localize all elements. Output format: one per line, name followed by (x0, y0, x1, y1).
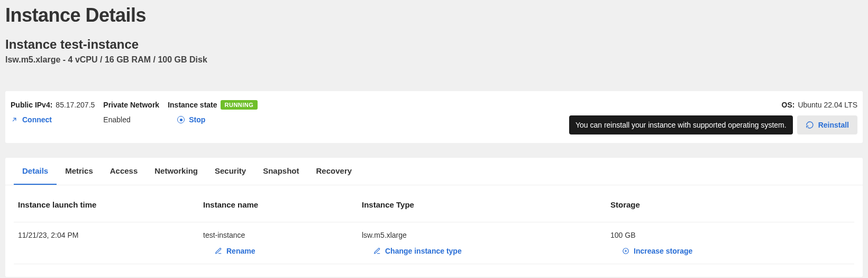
status-badge: RUNNING (221, 100, 258, 110)
instance-name-heading: Instance test-instance (5, 37, 863, 55)
col-launch-time: Instance launch time (18, 200, 203, 209)
col-name: Instance name (203, 200, 362, 209)
page-title: Instance Details (5, 0, 863, 37)
cell-name: test-instance Rename (203, 231, 362, 255)
stop-label: Stop (189, 115, 205, 124)
tab-networking[interactable]: Networking (146, 158, 206, 185)
name-value: test-instance (203, 231, 362, 239)
instance-state-label: Instance state (168, 101, 217, 109)
tab-security[interactable]: Security (206, 158, 254, 185)
reinstall-label: Reinstall (818, 121, 849, 129)
table-header: Instance launch time Instance name Insta… (14, 194, 854, 222)
increase-storage-label: Increase storage (634, 247, 692, 255)
private-network-label: Private Network (103, 101, 159, 109)
rename-label: Rename (226, 247, 255, 255)
connect-label: Connect (22, 115, 52, 124)
tabs-panel: Details Metrics Access Networking Securi… (5, 158, 863, 277)
tab-row: Details Metrics Access Networking Securi… (5, 158, 863, 185)
plus-circle-icon (622, 247, 629, 255)
pencil-icon (215, 247, 222, 255)
tab-access[interactable]: Access (102, 158, 147, 185)
instance-title-prefix: Instance (5, 37, 57, 51)
reinstall-tooltip: You can reinstall your instance with sup… (569, 115, 793, 134)
os-value: Ubuntu 22.04 LTS (798, 101, 857, 109)
pencil-icon (373, 247, 381, 255)
col-type: Instance Type (362, 200, 610, 209)
instance-name-value: test-instance (60, 37, 139, 51)
col-storage: Storage (610, 200, 850, 209)
instance-spec: lsw.m5.xlarge - 4 vCPU / 16 GB RAM / 100… (5, 55, 863, 91)
storage-value: 100 GB (610, 231, 850, 239)
tab-metrics[interactable]: Metrics (57, 158, 102, 185)
increase-storage-button[interactable]: Increase storage (610, 247, 850, 255)
launch-time-value: 11/21/23, 2:04 PM (18, 231, 203, 239)
tab-recovery[interactable]: Recovery (308, 158, 361, 185)
public-ipv4-cell: Public IPv4: 85.17.207.5 Connect (11, 100, 95, 124)
stop-icon (177, 116, 185, 123)
reinstall-icon (806, 121, 814, 129)
details-table: Instance launch time Instance name Insta… (5, 185, 863, 277)
private-network-value: Enabled (103, 115, 159, 124)
cell-storage: 100 GB Increase storage (610, 231, 850, 255)
tab-details[interactable]: Details (14, 158, 57, 185)
summary-bar: Public IPv4: 85.17.207.5 Connect Private… (5, 91, 863, 143)
stop-button[interactable]: Stop (168, 115, 258, 124)
connect-button[interactable]: Connect (11, 115, 95, 124)
public-ipv4-value: 85.17.207.5 (56, 101, 95, 109)
os-label: OS: (782, 101, 795, 109)
change-type-button[interactable]: Change instance type (362, 247, 610, 255)
change-type-label: Change instance type (385, 247, 462, 255)
cell-launch-time: 11/21/23, 2:04 PM (18, 231, 203, 239)
arrow-up-right-icon (11, 116, 18, 123)
public-ipv4-label: Public IPv4: (11, 101, 52, 109)
rename-button[interactable]: Rename (203, 247, 362, 255)
os-cell: OS: Ubuntu 22.04 LTS You can reinstall y… (569, 100, 857, 134)
tab-snapshot[interactable]: Snapshot (254, 158, 307, 185)
table-row: 11/21/23, 2:04 PM test-instance Rename l… (14, 222, 854, 264)
reinstall-button[interactable]: Reinstall (797, 115, 857, 134)
private-network-cell: Private Network Enabled (103, 100, 159, 124)
type-value: lsw.m5.xlarge (362, 231, 610, 239)
cell-type: lsw.m5.xlarge Change instance type (362, 231, 610, 255)
instance-state-cell: Instance state RUNNING Stop (168, 100, 258, 124)
